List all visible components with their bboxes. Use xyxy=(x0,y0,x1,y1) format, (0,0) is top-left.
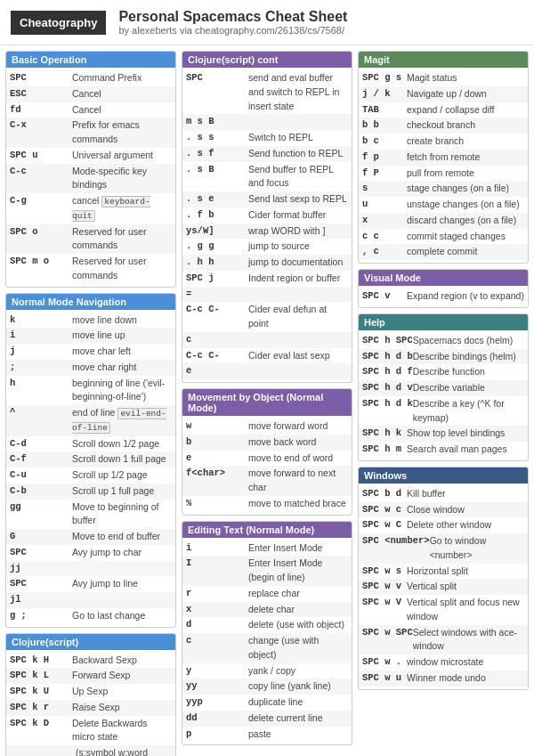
row-spcv: SPC vExpand region (v to expand) xyxy=(359,289,528,305)
row-bb: b bcheckout branch xyxy=(359,118,528,134)
key-spcwdot: SPC w . xyxy=(362,655,407,670)
desc-bb: checkout branch xyxy=(407,118,524,133)
desc-cx: Prefix for emacs commands xyxy=(72,118,172,147)
key-ins-I: I xyxy=(186,557,248,585)
desc-spcj: Indent region or buffer xyxy=(248,272,348,286)
key-spchdv: SPC h d v xyxy=(362,381,413,395)
key-sub-blank xyxy=(13,746,76,756)
row-c-e: e xyxy=(182,363,352,379)
desc-esc: Cancel xyxy=(72,87,172,102)
row-sB: . s BSend buffer to REPL and focus xyxy=(182,162,352,192)
row-caret: ^end of line evil-end-of-line xyxy=(6,405,175,436)
section-body-movement: wmove forward word bmove back word emove… xyxy=(182,416,352,515)
desc-x-discard: discard changes (on a file) xyxy=(407,214,524,228)
key-spc-jj1: SPC xyxy=(10,546,72,560)
row-fchar: f<char>move forward to next char xyxy=(182,466,352,496)
section-header-normal-nav: Normal Mode Navigation xyxy=(6,294,175,310)
desc-cc: Mode-specific key bindings xyxy=(72,165,172,193)
key-spc2: SPC xyxy=(186,71,248,113)
key-spchspc: SPC h SPC xyxy=(362,334,413,348)
row-ccc2: C-c C-Cider eval last sexp xyxy=(182,348,352,364)
row-h: hbeginning of line ('evil-beginning-of-l… xyxy=(6,376,175,406)
row-spcmo: SPC m oReserved for user commands xyxy=(6,254,175,284)
desc-gsemi: Go to last change xyxy=(72,609,172,623)
row-spcu: SPC uUniversal argument xyxy=(6,148,175,164)
row-yyp: yypduplicate line xyxy=(182,695,352,711)
desc-spckr: Raise Sexp xyxy=(72,701,172,715)
row-spcnum: SPC <number>Go to window <number> xyxy=(359,533,528,564)
row-k: kmove line down xyxy=(6,313,175,329)
key-k: k xyxy=(10,313,72,328)
desc-spchdk: Describe a key (^K for keymap) xyxy=(413,397,524,426)
column-1: Basic Operation SPCCommand Prefix ESCCan… xyxy=(5,51,176,756)
row-ccc1: C-c C-Cider eval defun at point xyxy=(182,302,352,332)
desc-spchspc: Spacemacs docs (helm) xyxy=(413,334,524,348)
main-content: Basic Operation SPCCommand Prefix ESCCan… xyxy=(0,45,534,756)
key-esc: ESC xyxy=(10,87,72,102)
row-spckD-sub: (s:symbol w:word x:sexp) xyxy=(6,745,175,756)
row-spckr: SPC k rRaise Sexp xyxy=(6,700,175,716)
key-cg: C-g xyxy=(10,194,72,224)
desc-ccc2: Cider eval last sexp xyxy=(248,349,348,363)
row-fP: f Ppull from remote xyxy=(359,166,528,182)
desc-spc-send: send and eval buffer and switch to REPL … xyxy=(248,71,348,113)
desc-y: yank / copy xyxy=(248,664,348,679)
row-semi: ;move char right xyxy=(6,360,175,376)
row-fd: fdCancel xyxy=(6,102,175,118)
section-body-magit: SPC g sMagit status j / kNavigate up / d… xyxy=(359,68,528,263)
row-spc-jj: SPCAvy jump to char xyxy=(6,545,175,561)
row-gsemi: g ;Go to last change xyxy=(6,608,175,624)
key-msB: m s B xyxy=(186,115,248,129)
header-title: Personal Spacemacs Cheat Sheet by alexeb… xyxy=(118,9,347,36)
desc-u: unstage changes (on a file) xyxy=(407,198,524,212)
row-spc-jl: SPCAvy jump to line xyxy=(6,576,175,592)
key-ccc1: C-c C- xyxy=(186,303,248,331)
key-ss: . s s xyxy=(186,131,248,145)
desc-jj xyxy=(72,562,172,576)
row-spcwdot: SPC w .window microstate xyxy=(359,654,528,671)
key-cd: C-d xyxy=(10,437,72,451)
row-se: . s eSend last sexp to REPL xyxy=(182,191,352,207)
desc-spchk: Show top level bindings xyxy=(407,427,524,441)
row-spckH: SPC k HBackward Sexp xyxy=(6,653,175,669)
row-fp: f pfetch from remote xyxy=(359,150,528,166)
desc-cf: Scroll down 1 full page xyxy=(72,452,172,467)
desc-h: beginning of line ('evil-beginning-of-li… xyxy=(72,377,172,405)
desc-fchar: move forward to next char xyxy=(248,467,348,495)
desc-jl xyxy=(72,593,172,607)
section-body-clojure: SPC k HBackward Sexp SPC k LForward Sexp… xyxy=(6,650,175,757)
key-spckU: SPC k U xyxy=(10,685,72,699)
desc-spckU: Up Sexp xyxy=(72,685,172,699)
section-body-editing: iEnter Insert Mode IEnter Insert Mode (b… xyxy=(182,538,352,745)
desc-spckL: Forward Sexp xyxy=(72,669,172,683)
row-spcwv: SPC w vVertical split xyxy=(359,579,528,595)
key-spcmo: SPC m o xyxy=(10,255,72,283)
desc-d: delete (use with object) xyxy=(248,618,348,632)
desc-fp: fetch from remote xyxy=(407,150,524,165)
header: Cheatography Personal Spacemacs Cheat Sh… xyxy=(0,0,534,45)
key-spchdk: SPC h d k xyxy=(362,397,413,426)
row-spcgs: SPC g sMagit status xyxy=(359,70,528,86)
key-spchdf: SPC h d f xyxy=(362,365,413,379)
desc-bigG: Move to end of buffer xyxy=(72,530,172,544)
desc-cg: cancel keyboard-quit xyxy=(72,194,172,224)
desc-spcwu: Winner mode undo xyxy=(407,671,524,686)
desc-ins-I: Enter Insert Mode (begin of line) xyxy=(248,557,348,585)
section-movement: Movement by Object (Normal Mode) wmove f… xyxy=(182,388,352,516)
row-bc: b ccreate branch xyxy=(359,134,528,150)
desc-dd: delete current line xyxy=(248,711,348,726)
key-bb: b b xyxy=(362,118,407,133)
section-header-editing: Editing Text (Normal Mode) xyxy=(182,522,352,538)
desc-fd: Cancel xyxy=(72,103,172,118)
key-d: d xyxy=(186,618,248,632)
row-spchm: SPC h mSearch avail man pages xyxy=(359,442,528,458)
row-spchdf: SPC h d fDescribe function xyxy=(359,364,528,380)
key-spckL: SPC k L xyxy=(10,669,72,683)
row-spcwV: SPC w VVertical split and focus new wind… xyxy=(359,595,528,625)
key-ysW: ys/W] xyxy=(186,224,248,239)
desc-c-e xyxy=(248,364,348,378)
desc-spckD: Delete Backwards micro state xyxy=(72,717,172,745)
row-esc: ESCCancel xyxy=(6,86,175,102)
key-eq: = xyxy=(186,288,248,302)
section-editing: Editing Text (Normal Mode) iEnter Insert… xyxy=(182,521,352,746)
